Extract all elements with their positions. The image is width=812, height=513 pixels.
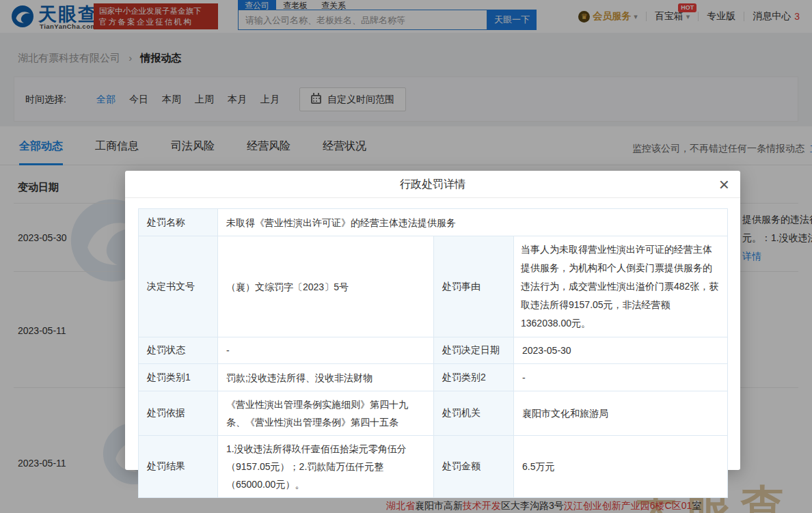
table-row: 处罚依据 《营业性演出管理条例实施细则》第四十九条、《营业性演出管理条例》第四十… xyxy=(139,391,728,436)
table-row: 处罚名称 未取得《营业性演出许可证》的经营主体违法提供服务 xyxy=(139,209,728,236)
field-label: 处罚类别1 xyxy=(139,364,218,391)
field-value: 襄阳市文化和旅游局 xyxy=(514,391,728,436)
field-value: 当事人为未取得营业性演出许可证的经营主体提供服务，为机构和个人倒卖门票提供服务的… xyxy=(514,236,728,337)
field-label: 处罚依据 xyxy=(139,391,218,436)
field-value: 1.没收违法所得玖仟壹佰伍拾柒元零角伍分（9157.05元）；2.罚款陆万伍仟元… xyxy=(218,436,434,498)
field-value: 罚款;没收违法所得、没收非法财物 xyxy=(218,364,434,391)
field-label: 处罚机关 xyxy=(434,391,514,436)
field-label: 处罚名称 xyxy=(139,209,218,236)
table-row: 决定书文号 （襄）文综罚字〔2023〕5号 处罚事由 当事人为未取得营业性演出许… xyxy=(139,236,728,337)
field-label: 决定书文号 xyxy=(139,236,218,337)
field-value: - xyxy=(218,337,434,364)
field-value: （襄）文综罚字〔2023〕5号 xyxy=(218,236,434,337)
table-row: 处罚状态 - 处罚决定日期 2023-05-30 xyxy=(139,337,728,364)
field-label: 处罚金额 xyxy=(434,436,514,498)
field-label: 处罚结果 xyxy=(139,436,218,498)
table-row: 处罚结果 1.没收违法所得玖仟壹佰伍拾柒元零角伍分（9157.05元）；2.罚款… xyxy=(139,436,728,498)
table-row: 处罚类别1 罚款;没收违法所得、没收非法财物 处罚类别2 - xyxy=(139,364,728,391)
field-label: 处罚状态 xyxy=(139,337,218,364)
field-value: 《营业性演出管理条例实施细则》第四十九条、《营业性演出管理条例》第四十五条 xyxy=(218,391,434,436)
penalty-detail-modal: 行政处罚详情 × 处罚名称 未取得《营业性演出许可证》的经营主体违法提供服务 决… xyxy=(125,171,740,470)
field-value: 6.5万元 xyxy=(514,436,728,498)
field-label: 处罚决定日期 xyxy=(434,337,514,364)
field-value: 未取得《营业性演出许可证》的经营主体违法提供服务 xyxy=(218,209,728,236)
field-value: 2023-05-30 xyxy=(514,337,728,364)
page: 天眼查 TianYanCha.com 国家中小企业发展子基金旗下 官方备案企业征… xyxy=(0,0,812,513)
modal-title: 行政处罚详情 xyxy=(125,171,740,198)
field-value: - xyxy=(514,364,728,391)
close-icon[interactable]: × xyxy=(719,174,729,195)
field-label: 处罚事由 xyxy=(434,236,514,337)
penalty-detail-table: 处罚名称 未取得《营业性演出许可证》的经营主体违法提供服务 决定书文号 （襄）文… xyxy=(138,208,728,498)
field-label: 处罚类别2 xyxy=(434,364,514,391)
